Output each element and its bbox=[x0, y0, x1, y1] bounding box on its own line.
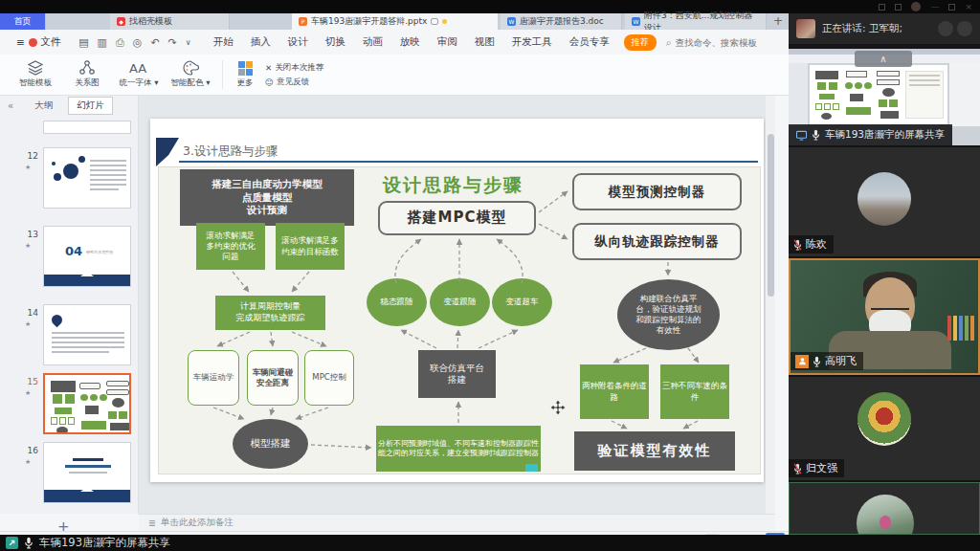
node-model-predictive-controller[interactable]: 模型预测控制器 bbox=[572, 173, 742, 210]
menu-membership[interactable]: 会员专享 bbox=[561, 30, 618, 55]
node-road-conditions[interactable]: 两种附着条件的道 路 bbox=[580, 364, 649, 419]
smart-template-button[interactable]: 智能模板 bbox=[10, 55, 61, 94]
node-speed-conditions[interactable]: 三种不同车速的条 件 bbox=[660, 364, 729, 419]
tab-docer-templates[interactable]: ◆ 找稻壳模板 bbox=[110, 13, 230, 30]
transition-star-icon: ★ bbox=[25, 164, 31, 171]
docer-icon: ◆ bbox=[117, 17, 125, 26]
search-input[interactable] bbox=[676, 37, 781, 48]
close-icon[interactable]: × bbox=[965, 2, 972, 11]
slide-heading[interactable]: 3.设计思路与步骤 bbox=[183, 143, 278, 160]
docer-promo-pill[interactable]: 推荐 bbox=[624, 34, 657, 51]
smart-color-button[interactable]: 智能配色 ▾ bbox=[165, 55, 216, 94]
menu-transition[interactable]: 切换 bbox=[317, 30, 354, 55]
menu-review[interactable]: 审阅 bbox=[429, 30, 466, 55]
banner-buttons bbox=[938, 21, 972, 36]
menu-animation[interactable]: 动画 bbox=[354, 30, 391, 55]
slide-canvas[interactable]: 3.设计思路与步骤 搭建三自由度动力学模型 点质量模型 设计预测 设计思路与步骤… bbox=[150, 119, 764, 482]
node-rolling-optimization[interactable]: 滚动求解满足 多约束的优化 问题 bbox=[196, 223, 265, 270]
participant-tile-guiwenqiang[interactable]: 归文强 bbox=[789, 377, 980, 480]
slide-thumb-16[interactable] bbox=[43, 442, 131, 503]
preview-mini-slide bbox=[810, 65, 947, 124]
grid-view-icon[interactable] bbox=[895, 4, 902, 11]
tab-home[interactable]: 首页 bbox=[0, 13, 46, 30]
menu-start[interactable]: 开始 bbox=[205, 30, 242, 55]
word-file-icon: W bbox=[632, 17, 640, 26]
title-flag-shape[interactable] bbox=[156, 138, 179, 166]
close-promo-link[interactable]: ✕ 关闭本次推荐 bbox=[265, 62, 323, 74]
new-tab-button[interactable]: + bbox=[773, 14, 783, 28]
tab-doc-attachment[interactable]: W 附件3：西安航...规划控制器设计 bbox=[625, 13, 767, 30]
comment-bubble-icon[interactable] bbox=[431, 18, 438, 25]
mic-icon[interactable] bbox=[24, 537, 33, 549]
audio-button[interactable] bbox=[938, 21, 953, 36]
node-vehicle-kinematics[interactable]: 车辆运动学 bbox=[188, 350, 239, 406]
palette-icon bbox=[182, 60, 199, 76]
slide-thumb-12[interactable] bbox=[43, 147, 131, 209]
node-build-3dof-model[interactable]: 搭建三自由度动力学模型 点质量模型 设计预测 bbox=[180, 169, 354, 226]
menu-view[interactable]: 视图 bbox=[466, 30, 503, 55]
menu-design[interactable]: 设计 bbox=[279, 30, 317, 55]
node-build-mpc-model[interactable]: 搭建MPC模型 bbox=[378, 201, 536, 235]
tab-active-pptx[interactable]: P 车辆193唐灏宇开题答辩.pptx bbox=[292, 13, 498, 30]
export-icon[interactable]: ▥ bbox=[98, 36, 107, 49]
node-longitudinal-tracking-controller[interactable]: 纵向轨迹跟踪控制器 bbox=[572, 223, 742, 260]
slide-thumb-15-current[interactable] bbox=[43, 373, 131, 434]
collapse-preview-button[interactable]: ∧ bbox=[855, 51, 912, 67]
participant-tile-chenhuan[interactable]: 陈欢 bbox=[789, 147, 980, 256]
smiley-icon: ☺ bbox=[265, 77, 274, 87]
participant-tile-partial[interactable] bbox=[789, 482, 980, 535]
avatar bbox=[796, 19, 815, 38]
bookshelf bbox=[947, 316, 974, 341]
more-button[interactable]: 更多 bbox=[229, 55, 261, 94]
command-search[interactable]: ⌕ bbox=[666, 36, 781, 49]
node-objective-function[interactable]: 滚动求解满足多 约束的目标函数 bbox=[276, 223, 345, 270]
layout-icon[interactable] bbox=[879, 4, 885, 11]
node-validate-model[interactable]: 验证模型有效性 bbox=[574, 431, 735, 471]
save-icon[interactable]: ▤ bbox=[78, 36, 88, 49]
node-mpc-control[interactable]: MPC控制 bbox=[304, 350, 354, 406]
maximize-icon[interactable] bbox=[948, 4, 955, 11]
collapse-panel-icon[interactable]: « bbox=[8, 100, 13, 111]
unify-font-button[interactable]: AA 统一字体 ▾ bbox=[113, 55, 165, 94]
file-menu[interactable]: ≡ 文件 bbox=[8, 30, 69, 55]
slide-thumb-13[interactable]: 04 研究方法与手段 bbox=[43, 226, 131, 287]
slide-thumbnail-panel: « 大纲 幻灯片 12 ★ 13 ★ 04 研究方法与手段 bbox=[0, 96, 139, 514]
more-grid-icon bbox=[238, 61, 253, 76]
tab-slides[interactable]: 幻灯片 bbox=[68, 97, 113, 115]
slide-thumb-14[interactable] bbox=[43, 304, 131, 365]
preview-icon[interactable]: ◎ bbox=[133, 36, 143, 49]
menu-developer[interactable]: 开发工具 bbox=[503, 30, 561, 55]
node-analysis[interactable]: 分析不同预测时域值、不同车速和控制器跟踪性能之间的对应关系，建立变预测时域跟踪控… bbox=[376, 426, 541, 472]
node-lane-change-overtake[interactable]: 变道超车 bbox=[492, 278, 552, 326]
minimize-icon[interactable]: — bbox=[930, 2, 939, 11]
node-sim-verification[interactable]: 构建联合仿真平 台，验证轨迹规划 和跟踪控制算法的 有效性 bbox=[617, 279, 720, 350]
screen-share-icon bbox=[796, 130, 807, 141]
relation-chart-button[interactable]: 关系图 bbox=[61, 55, 113, 94]
participant-tile-gaomingfei[interactable]: 高明飞 bbox=[789, 258, 980, 375]
thumb-section-caption: 研究方法与手段 bbox=[86, 250, 113, 254]
node-lane-change-follow[interactable]: 变道跟随 bbox=[430, 278, 490, 326]
bottom-share-bar: 车辆193唐灏宇的屏幕共享 bbox=[0, 535, 980, 551]
node-cycle-control[interactable]: 计算周期控制量 完成期望轨迹跟踪 bbox=[215, 296, 325, 330]
node-model-building[interactable]: 模型搭建 bbox=[233, 419, 308, 469]
screen-share-icon[interactable] bbox=[6, 537, 18, 549]
feedback-link[interactable]: ☺ 意见反馈 bbox=[265, 77, 323, 88]
redo-icon[interactable]: ↷ bbox=[168, 36, 177, 49]
more-dropdown-icon[interactable]: ∨ bbox=[186, 38, 191, 47]
flowchart-title[interactable]: 设计思路与步骤 bbox=[383, 173, 523, 198]
participant-name-chip: 归文强 bbox=[789, 459, 844, 477]
screen-share-preview[interactable]: ∧ 车辆193唐灏宇的屏幕共享 bbox=[789, 44, 980, 145]
notes-bar[interactable]: ≣ 单击此处添加备注 bbox=[139, 514, 775, 531]
node-cosim-platform[interactable]: 联合仿真平台 搭建 bbox=[418, 350, 496, 398]
tab-outline[interactable]: 大纲 bbox=[27, 98, 60, 114]
slide-thumb-partial[interactable] bbox=[43, 121, 131, 134]
node-steady-follow[interactable]: 稳态跟随 bbox=[367, 278, 427, 326]
menu-slideshow[interactable]: 放映 bbox=[391, 30, 429, 55]
menu-insert[interactable]: 插入 bbox=[242, 30, 279, 55]
tab-doc-report[interactable]: W 唐灏宇开题报告3.doc bbox=[501, 13, 622, 30]
node-safe-distance[interactable]: 车辆间避碰 安全距离 bbox=[247, 350, 299, 406]
undo-icon[interactable]: ↶ bbox=[150, 36, 159, 49]
video-button[interactable] bbox=[957, 21, 972, 36]
editor-scrollbar-thumb[interactable] bbox=[768, 134, 774, 297]
print-icon[interactable]: ⎙ bbox=[116, 36, 124, 49]
